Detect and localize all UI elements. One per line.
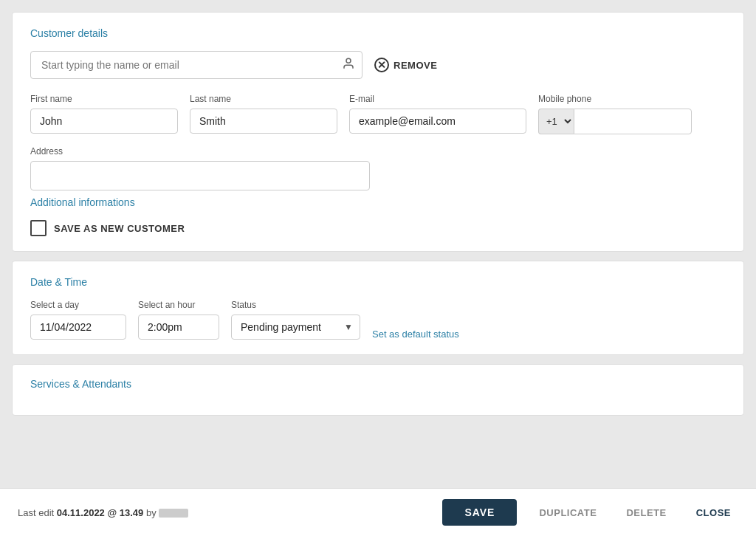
last-edit-user xyxy=(159,509,188,518)
first-name-label: First name xyxy=(30,94,178,104)
last-name-input[interactable] xyxy=(190,109,337,134)
save-button[interactable]: SAVE xyxy=(442,499,517,526)
date-time-card: Date & Time Select a day Select an hour … xyxy=(12,261,744,355)
additional-informations-section: Additional informations SAVE AS NEW CUST… xyxy=(30,196,726,236)
status-label: Status xyxy=(231,300,360,310)
customer-details-card: Customer details ✕ REMOVE First name xyxy=(12,12,744,252)
date-time-title: Date & Time xyxy=(30,276,726,288)
search-person-icon[interactable] xyxy=(342,57,355,73)
svg-point-0 xyxy=(346,58,351,63)
status-group: Status Pending payment Confirmed Cancell… xyxy=(231,300,360,340)
phone-input-row: +1 xyxy=(538,109,692,134)
last-edit-prefix: Last edit xyxy=(18,507,54,518)
select-hour-input[interactable] xyxy=(138,315,219,340)
first-name-group: First name xyxy=(30,94,178,134)
last-edit-by: by xyxy=(146,507,159,518)
footer: Last edit 04.11.2022 @ 13.49 by SAVE DUP… xyxy=(0,488,756,536)
last-edit-date: 04.11.2022 @ 13.49 xyxy=(57,507,144,518)
last-edit-info: Last edit 04.11.2022 @ 13.49 by xyxy=(18,507,188,518)
remove-button[interactable]: ✕ REMOVE xyxy=(374,58,437,72)
date-time-fields-row: Select a day Select an hour Status Pendi… xyxy=(30,300,726,340)
name-email-phone-row: First name Last name E-mail Mobile phone… xyxy=(30,94,726,134)
address-input[interactable] xyxy=(30,161,370,190)
address-group: Address xyxy=(30,146,726,190)
duplicate-button[interactable]: DUPLICATE xyxy=(532,500,604,526)
save-new-customer-label: SAVE AS NEW CUSTOMER xyxy=(54,223,185,234)
services-attendants-title: Services & Attendants xyxy=(30,378,726,390)
select-hour-group: Select an hour xyxy=(138,300,219,340)
additional-informations-title: Additional informations xyxy=(30,196,726,208)
email-label: E-mail xyxy=(349,94,526,104)
phone-group: Mobile phone +1 xyxy=(538,94,692,134)
status-select-wrapper: Pending payment Confirmed Cancelled Comp… xyxy=(231,315,360,340)
close-button[interactable]: CLOSE xyxy=(689,500,738,526)
first-name-input[interactable] xyxy=(30,109,178,134)
save-new-customer-row[interactable]: SAVE AS NEW CUSTOMER xyxy=(30,220,726,236)
select-day-group: Select a day xyxy=(30,300,126,340)
remove-label: REMOVE xyxy=(394,60,437,71)
select-day-input[interactable] xyxy=(30,315,126,340)
address-row: Address xyxy=(30,146,726,190)
status-select[interactable]: Pending payment Confirmed Cancelled Comp… xyxy=(231,315,360,340)
set-default-status-button[interactable]: Set as default status xyxy=(372,329,459,340)
address-label: Address xyxy=(30,146,726,157)
remove-circle-icon: ✕ xyxy=(374,58,389,72)
phone-number-input[interactable] xyxy=(574,109,692,134)
last-name-group: Last name xyxy=(190,94,337,134)
delete-button[interactable]: DELETE xyxy=(619,500,673,526)
last-name-label: Last name xyxy=(190,94,337,104)
search-row: ✕ REMOVE xyxy=(30,51,726,79)
phone-label: Mobile phone xyxy=(538,94,692,104)
search-input[interactable] xyxy=(30,51,362,79)
email-group: E-mail xyxy=(349,94,526,134)
select-day-label: Select a day xyxy=(30,300,126,310)
customer-details-title: Customer details xyxy=(30,27,726,39)
email-input[interactable] xyxy=(349,109,526,134)
select-hour-label: Select an hour xyxy=(138,300,219,310)
footer-actions: SAVE DUPLICATE DELETE CLOSE xyxy=(442,499,738,526)
phone-code-select[interactable]: +1 xyxy=(538,109,574,134)
save-new-customer-checkbox[interactable] xyxy=(30,220,47,236)
search-wrapper xyxy=(30,51,362,79)
services-attendants-card: Services & Attendants xyxy=(12,364,744,416)
